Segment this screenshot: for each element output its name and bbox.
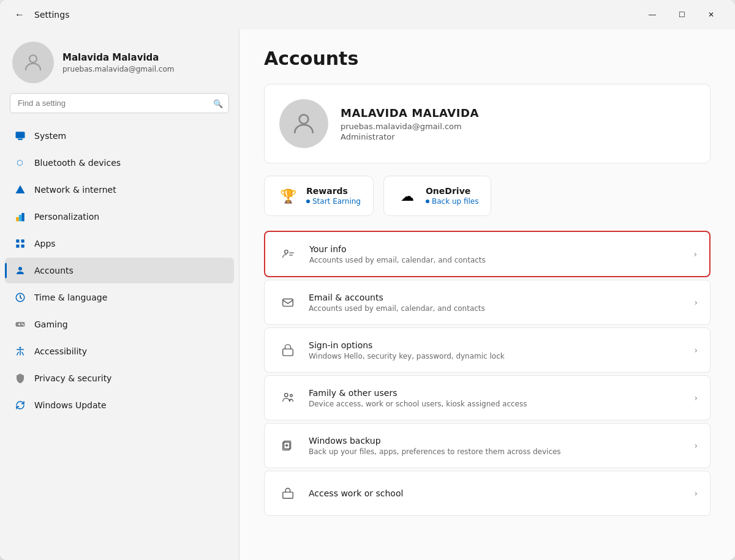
sidebar-item-label: Network & internet <box>34 185 116 195</box>
profile-card-avatar <box>279 99 328 148</box>
sidebar-item-system[interactable]: System <box>5 123 234 149</box>
rewards-card[interactable]: 🏆 Rewards Start Earning <box>264 176 374 216</box>
svg-point-20 <box>300 114 309 124</box>
rewards-dot <box>306 200 310 203</box>
svg-rect-1 <box>16 132 25 138</box>
sign-in-title: Sign-in options <box>309 340 684 350</box>
update-icon <box>13 398 27 412</box>
rewards-row: 🏆 Rewards Start Earning ☁️ OneDrive <box>264 176 710 216</box>
svg-point-26 <box>288 399 290 401</box>
family-title: Family & other users <box>309 388 684 398</box>
minimize-button[interactable]: — <box>638 5 666 24</box>
sign-in-icon <box>277 339 299 361</box>
email-accounts-subtitle: Accounts used by email, calendar, and co… <box>309 304 684 313</box>
sidebar-item-accessibility[interactable]: Accessibility <box>5 338 234 364</box>
work-school-title: Access work or school <box>309 488 684 498</box>
work-school-chevron: › <box>694 488 698 498</box>
rewards-sub: Start Earning <box>306 197 361 206</box>
svg-point-19 <box>20 347 21 349</box>
close-button[interactable]: ✕ <box>697 5 725 24</box>
sidebar-item-time[interactable]: Time & language <box>5 285 234 310</box>
profile-card-email: pruebas.malavida@gmail.com <box>341 122 479 131</box>
svg-rect-10 <box>16 245 19 248</box>
sidebar-item-personalization[interactable]: Personalization <box>5 204 234 230</box>
search-input[interactable] <box>10 93 229 113</box>
settings-item-your-info[interactable]: Your info Accounts used by email, calend… <box>264 231 710 277</box>
profile-card: MALAVIDA MALAVIDA pruebas.malavida@gmail… <box>264 84 710 163</box>
family-icon <box>277 387 299 409</box>
sidebar-item-label: Gaming <box>34 319 68 329</box>
svg-point-21 <box>285 250 288 254</box>
profile-card-info: MALAVIDA MALAVIDA pruebas.malavida@gmail… <box>341 106 479 141</box>
sidebar-nav: System ⬡ Bluetooth & devices Network & i… <box>0 123 239 418</box>
onedrive-sub: Back up files <box>426 197 479 206</box>
svg-point-24 <box>285 394 288 397</box>
profile-card-name: MALAVIDA MALAVIDA <box>341 106 479 119</box>
svg-point-25 <box>290 395 293 397</box>
content-area: Accounts MALAVIDA MALAVIDA pruebas.malav… <box>239 29 735 560</box>
your-info-title: Your info <box>309 244 684 254</box>
sidebar-item-label: Accessibility <box>34 346 87 356</box>
svg-rect-6 <box>19 215 22 222</box>
your-info-text: Your info Accounts used by email, calend… <box>309 244 684 264</box>
settings-item-sign-in[interactable]: Sign-in options Windows Hello, security … <box>264 327 710 373</box>
sidebar-item-label: Accounts <box>34 266 74 275</box>
sidebar-item-bluetooth[interactable]: ⬡ Bluetooth & devices <box>5 150 234 176</box>
privacy-icon <box>13 371 27 385</box>
svg-rect-11 <box>21 245 24 248</box>
backup-subtitle: Back up your files, apps, preferences to… <box>309 447 684 456</box>
family-text: Family & other users Device access, work… <box>309 388 684 408</box>
titlebar-title: Settings <box>34 10 69 20</box>
sidebar-item-label: Privacy & security <box>34 373 111 383</box>
svg-point-17 <box>21 323 23 324</box>
svg-text:⬡: ⬡ <box>17 159 23 167</box>
search-container: 🔍 <box>10 93 229 113</box>
sign-in-text: Sign-in options Windows Hello, security … <box>309 340 684 360</box>
svg-rect-7 <box>21 213 24 222</box>
rewards-icon: 🏆 <box>277 185 299 207</box>
settings-item-email-accounts[interactable]: Email & accounts Accounts used by email,… <box>264 280 710 325</box>
svg-rect-23 <box>283 349 293 356</box>
profile-card-role: Administrator <box>341 132 479 141</box>
sidebar-item-gaming[interactable]: Gaming <box>5 312 234 337</box>
sidebar-item-accounts[interactable]: Accounts <box>5 258 234 283</box>
backup-icon <box>277 435 299 457</box>
sidebar-item-privacy[interactable]: Privacy & security <box>5 365 234 391</box>
svg-point-12 <box>18 267 22 271</box>
svg-point-0 <box>29 55 37 62</box>
backup-title: Windows backup <box>309 436 684 446</box>
sidebar-profile-info: Malavida Malavida pruebas.malavida@gmail… <box>62 52 174 73</box>
sidebar-item-label: Bluetooth & devices <box>34 158 121 168</box>
accessibility-icon <box>13 345 27 358</box>
accounts-icon <box>13 264 27 277</box>
family-chevron: › <box>694 393 698 403</box>
sidebar-item-network[interactable]: Network & internet <box>5 177 234 203</box>
sidebar-profile: Malavida Malavida pruebas.malavida@gmail… <box>0 29 239 93</box>
svg-rect-22 <box>283 299 293 307</box>
work-school-text: Access work or school <box>309 488 684 498</box>
main-layout: Malavida Malavida pruebas.malavida@gmail… <box>0 29 735 560</box>
system-icon <box>13 129 27 143</box>
maximize-button[interactable]: ☐ <box>668 5 696 24</box>
svg-rect-8 <box>16 239 19 242</box>
sidebar-item-apps[interactable]: Apps <box>5 231 234 256</box>
apps-icon <box>13 237 27 250</box>
onedrive-title: OneDrive <box>426 186 479 196</box>
back-button[interactable]: ← <box>10 5 29 24</box>
time-icon <box>13 291 27 304</box>
sidebar: Malavida Malavida pruebas.malavida@gmail… <box>0 29 239 560</box>
settings-item-family[interactable]: Family & other users Device access, work… <box>264 375 710 420</box>
sidebar-item-update[interactable]: Windows Update <box>5 392 234 418</box>
onedrive-card[interactable]: ☁️ OneDrive Back up files <box>383 176 492 216</box>
backup-chevron: › <box>694 441 698 450</box>
titlebar: ← Settings — ☐ ✕ <box>0 0 735 29</box>
settings-item-work-school[interactable]: Access work or school › <box>264 471 710 516</box>
settings-window: ← Settings — ☐ ✕ Malavida Malavida prueb… <box>0 0 735 560</box>
email-accounts-icon <box>277 291 299 313</box>
settings-item-backup[interactable]: Windows backup Back up your files, apps,… <box>264 423 710 468</box>
window-controls: — ☐ ✕ <box>638 5 725 24</box>
sidebar-item-label: Time & language <box>34 293 107 302</box>
svg-marker-4 <box>16 185 25 194</box>
svg-point-18 <box>23 324 24 326</box>
your-info-icon <box>277 243 300 265</box>
